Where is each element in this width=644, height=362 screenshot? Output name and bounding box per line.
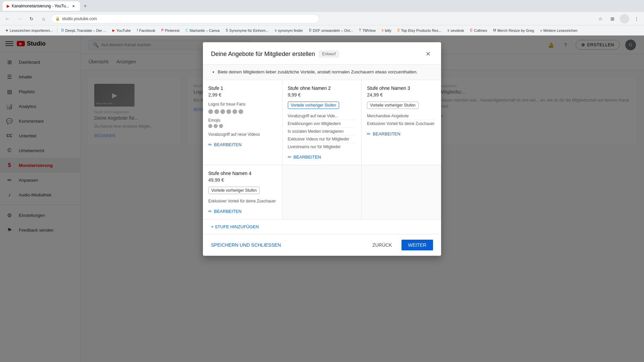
- modal-header: Deine Angebote für Mitglieder erstellen …: [203, 42, 441, 65]
- tier-1-benefit-logos: Logos für treue Fans: [208, 102, 246, 107]
- bookmark-pinterest[interactable]: P Pinterest: [159, 28, 182, 33]
- bookmark-bitly[interactable]: b bitly: [379, 28, 394, 33]
- tab-close-button[interactable]: ✕: [71, 4, 76, 8]
- tier-2-benefit-0: Vorabzugriff auf neue Vide...: [288, 112, 356, 120]
- bookmark-tmview[interactable]: T TMView: [356, 28, 378, 33]
- tier-4-edit-button[interactable]: ✏ BEARBEITEN: [208, 209, 241, 214]
- tier-3-price: 24,99 €: [367, 92, 436, 98]
- bookmark-merch-resize[interactable]: M Merch Resize by Greg: [490, 28, 537, 33]
- browser-toolbar: ← → ↻ ⌂ 🔒 studio.youtube.com ☆ ⊞ ⋮: [0, 12, 644, 25]
- forward-button[interactable]: →: [15, 14, 24, 23]
- tier-2-price: 9,99 €: [288, 92, 356, 98]
- add-tier-button[interactable]: + STUFE HINZUFÜGEN: [211, 224, 259, 229]
- back-nav-button[interactable]: ZURÜCK: [367, 240, 397, 250]
- tiers-row-2: Stufe ohne Namen 4 49,99 € Vorteile vorh…: [203, 165, 441, 220]
- tier-3-previous-badge: Vorteile vorheriger Stufen: [367, 102, 418, 109]
- browser-chrome: ▶ Kanalmonetarisierung - YouTu... ✕ +: [0, 0, 644, 12]
- tiers-row-1: Stufe 1 2,99 € Logos für treue Fans: [203, 80, 441, 165]
- tier-2-benefit-4: Livestreams nur für Mitglieder: [288, 143, 356, 150]
- bookmark-synonyme[interactable]: S Synonyme für Einhorn...: [223, 28, 272, 33]
- modal: Deine Angebote für Mitglieder erstellen …: [203, 42, 441, 256]
- star-2: [214, 109, 219, 114]
- bookmark-youtube[interactable]: ▶ YouTube: [110, 28, 133, 33]
- tier-1-name: Stufe 1: [208, 85, 277, 91]
- tier-2-name: Stufe ohne Namen 2: [288, 85, 356, 91]
- reload-button[interactable]: ↻: [27, 14, 36, 23]
- tier-1-edit-button[interactable]: ✏ BEARBEITEN: [208, 142, 241, 147]
- star-4: [226, 109, 231, 114]
- app-container: ▶ Studio ⊞ Dashboard ☰ Inhalte ▤ Playlis…: [0, 36, 644, 362]
- bookmark-button[interactable]: ☆: [596, 14, 605, 23]
- modal-title-area: Deine Angebote für Mitglieder erstellen …: [211, 51, 339, 58]
- address-text: studio.youtube.com: [62, 16, 97, 21]
- tier-empty-2: [362, 165, 441, 219]
- bookmark-etsy[interactable]: E Top Etsy Products Res...: [395, 28, 444, 33]
- star-5: [232, 109, 237, 114]
- tier-col-3: Stufe ohne Namen 3 24,99 € Vorteile vorh…: [362, 80, 441, 165]
- tab-favicon: ▶: [7, 4, 10, 8]
- star-3: [220, 109, 225, 114]
- tier-4-previous-badge: Vorteile vorheriger Stufen: [208, 187, 260, 194]
- emoji-star-1: [208, 124, 212, 128]
- edit-icon-1: ✏: [208, 142, 212, 147]
- modal-close-button[interactable]: ✕: [423, 49, 433, 59]
- back-button[interactable]: ←: [3, 14, 12, 23]
- tier-2-benefit-3: Exklusive Videos nur für Mitglieder: [288, 135, 356, 143]
- bookmark-deepl[interactable]: D DeepL Translate – Der ...: [59, 28, 109, 33]
- bookmark-collmex[interactable]: C Collmex: [468, 28, 490, 33]
- extensions-button[interactable]: ⊞: [608, 14, 617, 23]
- modal-footer: SPEICHERN UND SCHLIESSEN ZURÜCK WEITER: [203, 234, 441, 256]
- next-button[interactable]: WEITER: [401, 240, 433, 250]
- add-tier-area: + STUFE HINZUFÜGEN: [203, 220, 441, 234]
- browser-tab[interactable]: ▶ Kanalmonetarisierung - YouTu... ✕: [3, 1, 80, 11]
- tier-2-benefit-1: Erwähnungen von Mitgliedern: [288, 120, 356, 128]
- star-1: [208, 109, 213, 114]
- modal-badge: Entwurf: [319, 51, 339, 57]
- modal-title-text: Deine Angebote für Mitglieder erstellen: [211, 51, 315, 58]
- bookmark-dxf[interactable]: D DXF umwandeln – Onl...: [306, 28, 356, 33]
- tier-1-price: 2,99 €: [208, 92, 277, 98]
- save-close-button[interactable]: SPEICHERN UND SCHLIESSEN: [211, 242, 281, 248]
- tier-3-benefit-0: Merchandise-Angebote: [367, 112, 436, 120]
- edit-icon-4: ✏: [208, 209, 212, 214]
- new-tab-button[interactable]: +: [81, 2, 89, 10]
- bookmark-lesezeichen[interactable]: ★ Lesezeichen importieren...: [3, 28, 56, 33]
- tier-3-edit-button[interactable]: ✏ BEARBEITEN: [367, 131, 400, 136]
- menu-button[interactable]: ⋮: [632, 14, 641, 23]
- address-bar[interactable]: 🔒 studio.youtube.com: [51, 14, 319, 23]
- tier-1-benefit-emojis: Emojis: [208, 117, 277, 124]
- bookmark-synonym-finder[interactable]: s synonym finder: [272, 28, 306, 33]
- tier-empty-1: [282, 165, 362, 219]
- bookmark-sevdesk[interactable]: s sevdesk: [445, 28, 467, 33]
- emoji-stars-row: [208, 124, 277, 128]
- edit-icon-3: ✏: [367, 131, 371, 136]
- modal-info: Biete deinen Mitgliedern lieber zusätzli…: [203, 65, 441, 80]
- tier-col-2: Stufe ohne Namen 2 9,99 € Vorteile vorhe…: [282, 80, 362, 165]
- tier-col-4: Stufe ohne Namen 4 49,99 € Vorteile vorh…: [203, 165, 282, 219]
- modal-info-bullet: Biete deinen Mitgliedern lieber zusätzli…: [218, 69, 433, 76]
- profile-button[interactable]: [620, 14, 629, 23]
- stars-row: [208, 109, 277, 114]
- tier-4-name: Stufe ohne Namen 4: [208, 171, 277, 176]
- tier-col-1: Stufe 1 2,99 € Logos für treue Fans: [203, 80, 282, 165]
- tier-3-name: Stufe ohne Namen 3: [367, 85, 436, 91]
- tier-2-benefit-2: In sozialen Medien interagieren: [288, 128, 356, 135]
- footer-right: ZURÜCK WEITER: [367, 240, 433, 250]
- home-button[interactable]: ⌂: [39, 14, 48, 23]
- bookmark-more[interactable]: » Weitere Lesezeichen: [537, 28, 580, 33]
- modal-overlay: Deine Angebote für Mitglieder erstellen …: [0, 36, 644, 362]
- tier-2-previous-badge: Vorteile vorheriger Stufen: [288, 102, 339, 109]
- bookmarks-bar: ★ Lesezeichen importieren... D DeepL Tra…: [0, 25, 644, 36]
- tier-2-edit-button[interactable]: ✏ BEARBEITEN: [288, 155, 321, 160]
- emoji-star-2: [214, 124, 218, 128]
- bookmark-facebook[interactable]: f Facebook: [134, 28, 158, 33]
- modal-body: Stufe 1 2,99 € Logos für treue Fans: [203, 80, 441, 234]
- tab-title: Kanalmonetarisierung - YouTu...: [12, 4, 69, 8]
- tier-4-price: 49,99 €: [208, 177, 277, 183]
- tier-3-benefit-1: Exklusiver Vorteil für deine Zuschauer: [367, 120, 436, 127]
- tier-1-benefit-video: Vorabzugriff auf neue Videos: [208, 131, 277, 138]
- edit-icon-2: ✏: [288, 155, 291, 160]
- bookmark-canva[interactable]: C Startseite – Canva: [183, 28, 222, 33]
- emoji-star-3: [219, 124, 223, 128]
- tier-4-benefit-0: Exklusiver Vorteil für deine Zuschauer: [208, 197, 277, 205]
